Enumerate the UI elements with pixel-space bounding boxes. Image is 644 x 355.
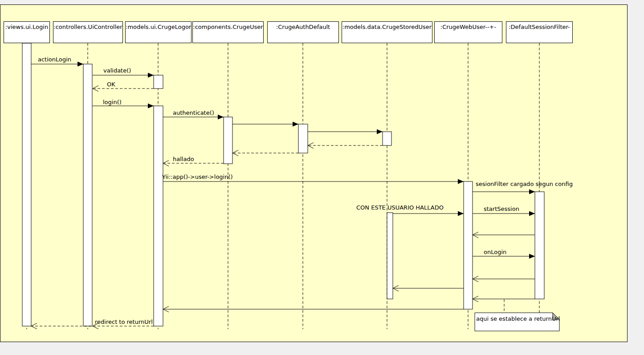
message-label-20: redirect to returnUrl xyxy=(95,319,153,325)
message-label-15: onLogin xyxy=(484,249,506,255)
message-label-0: actionLogin xyxy=(38,56,71,63)
message-label-9: hallado xyxy=(173,156,194,162)
message-label-2: OK xyxy=(107,81,115,88)
sequence-diagram-stage: :views.ui.Login:controllers.UiController… xyxy=(0,0,644,355)
lifeline-header-components-crugeuser: :components.CrugeUser xyxy=(192,21,264,43)
message-label-11: sesionFilter cargado segun config xyxy=(476,181,573,187)
note-text: aqui se establece a returnUrl xyxy=(476,315,560,322)
message-label-10: Yii::app()->user->login() xyxy=(162,173,233,180)
message-label-3: login() xyxy=(103,99,122,105)
lifeline-header-defaultsessionfilter: :DefaultSessionFilter- xyxy=(506,21,573,43)
lifeline-header-views-ui-login: :views.ui.Login xyxy=(4,21,50,43)
lifeline-header-models-data-crugestoreduser: :models.data.CrugeStoredUser xyxy=(342,21,432,43)
lifeline-header-crugeauthdefault: :CrugeAuthDefault xyxy=(267,21,339,43)
message-label-12: CON ESTE USUARIO HALLADO xyxy=(356,204,444,211)
message-label-4: authenticate() xyxy=(173,109,214,116)
lifeline-header-models-ui-crugelogon: :models.ui.CrugeLogon xyxy=(125,21,192,43)
diagram-canvas xyxy=(0,4,628,342)
message-label-1: validate() xyxy=(103,67,131,74)
lifeline-header-controllers-uicontroller: :controllers.UiController xyxy=(53,21,123,43)
lifeline-header-crugewebuser: :CrugeWebUser--+- xyxy=(434,21,502,43)
message-label-13: startSession xyxy=(484,206,519,212)
